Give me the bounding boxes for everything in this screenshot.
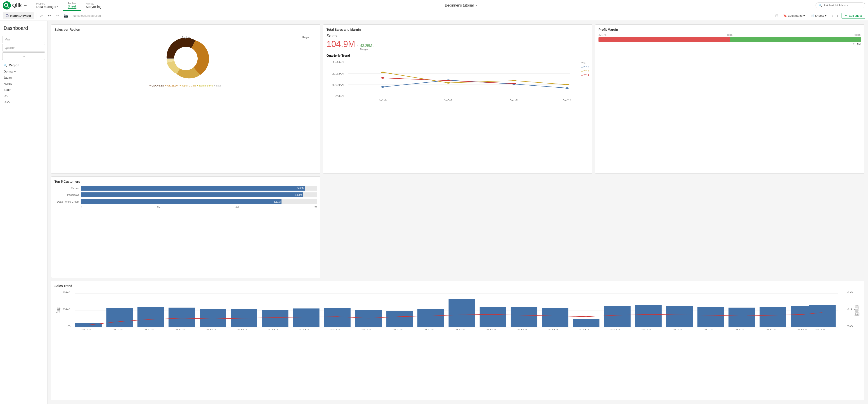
sales-value: 104.9M (327, 39, 355, 49)
sales-trend-title: Sales Trend (55, 284, 861, 288)
svg-rect-39 (168, 308, 195, 327)
svg-text:2013-..: 2013-.. (579, 329, 593, 331)
region-legend-label: Region (302, 36, 310, 39)
svg-text:0: 0 (67, 325, 70, 328)
insight-advisor-button[interactable]: ⬡ Insight Advisor (3, 12, 34, 19)
year-filter[interactable]: Year (2, 36, 45, 43)
sidebar-item-usa[interactable]: USA (0, 99, 47, 105)
svg-text:2014-..: 2014-.. (815, 329, 830, 331)
svg-text:2012-..: 2012-.. (268, 329, 282, 331)
sales-per-region-card: Sales per Region (51, 24, 320, 174)
ask-insight-advisor-search[interactable]: 🔍 (815, 2, 865, 8)
more-options-icon[interactable]: ··· (24, 3, 27, 8)
qlik-logo[interactable]: Qlik (3, 1, 22, 9)
x-label-6m: 6M (314, 206, 317, 208)
svg-rect-49 (479, 307, 506, 327)
sidebar-item-germany[interactable]: Germany (0, 68, 47, 74)
svg-text:2014-..: 2014-.. (704, 329, 718, 331)
svg-rect-54 (635, 305, 661, 327)
svg-text:5M: 5M (63, 291, 70, 294)
svg-text:2012-..: 2012-.. (206, 329, 220, 331)
sidebar-item-nordic[interactable]: Nordic (0, 80, 47, 87)
quarterly-trend-title: Quarterly Trend (327, 54, 589, 57)
svg-point-3 (174, 47, 197, 70)
svg-rect-50 (511, 307, 537, 327)
toolbar-separator-1 (36, 13, 36, 19)
app-title-dropdown-icon[interactable]: ▾ (475, 4, 477, 7)
sidebar-item-spain[interactable]: Spain (0, 87, 47, 93)
svg-text:Sales: Sales (55, 308, 62, 313)
edit-sheet-button[interactable]: ✏ Edit sheet (841, 13, 865, 19)
svg-rect-44 (324, 308, 350, 327)
svg-text:10M: 10M (332, 84, 344, 86)
donut-chart: Region Region (55, 34, 317, 83)
sales-trend-card: Sales Trend 5M 2.5M 0 46 41 36 (51, 281, 864, 400)
profit-margin-card: Profit Margin -50.0% 0.0% 50.0% 41.3% (595, 24, 864, 174)
svg-point-0 (3, 1, 11, 9)
svg-point-20 (381, 72, 384, 73)
margin-value: 43.25M (360, 44, 372, 48)
margin-dash: - (373, 44, 374, 48)
sidebar: Dashboard Year Quarter ··· 🔍 Region Germ… (0, 21, 48, 404)
svg-rect-55 (666, 306, 693, 327)
svg-rect-37 (106, 308, 133, 327)
profit-bar (598, 37, 861, 42)
bar-label-paracel: Paracel (55, 187, 80, 190)
bookmarks-button[interactable]: 🔖 Bookmarks ▾ (781, 13, 807, 18)
x-label-2m: 2M (157, 206, 160, 208)
margin-label: Margin (360, 48, 374, 50)
svg-rect-47 (417, 309, 444, 327)
profit-label-zero: 0.0% (727, 34, 733, 36)
svg-text:2014-..: 2014-.. (735, 329, 749, 331)
toolbar-right: ⊞ 🔖 Bookmarks ▾ 📄 Sheets ▾ ‹ › ✏ Edit sh… (774, 13, 865, 19)
sidebar-item-uk[interactable]: UK (0, 93, 47, 99)
snapshot-button[interactable]: 📷 (62, 13, 70, 19)
svg-point-23 (565, 84, 569, 86)
sidebar-item-japan[interactable]: Japan (0, 74, 47, 80)
quarter-filter[interactable]: Quarter (2, 44, 45, 52)
more-filters[interactable]: ··· (2, 53, 45, 60)
svg-rect-36 (75, 323, 102, 327)
undo-button[interactable]: ↩ (46, 13, 52, 19)
top5-customers-card: Top 5 Customers Paracel 5.69M PageWave 5… (51, 176, 320, 278)
profit-bar-green (730, 37, 861, 42)
sheets-button[interactable]: 📄 Sheets ▾ (809, 13, 828, 18)
svg-text:8M: 8M (335, 95, 344, 98)
next-sheet-button[interactable]: › (836, 13, 840, 19)
app-title: Beginner's tutorial ▾ (106, 3, 815, 7)
sheets-arrow: ▾ (825, 14, 827, 18)
svg-rect-51 (542, 308, 568, 327)
toolbar: ⬡ Insight Advisor ⤢ ↩ ↪ 📷 No selections … (0, 11, 868, 21)
prev-sheet-button[interactable]: ‹ (830, 13, 834, 19)
search-input[interactable] (824, 4, 862, 7)
svg-text:Q2: Q2 (444, 98, 453, 101)
svg-point-24 (381, 77, 384, 78)
bar-outer-pagewave: 5.63M (81, 192, 317, 197)
page-title: Dashboard (0, 24, 47, 35)
svg-rect-60 (809, 305, 836, 327)
nav-analyze[interactable]: Analyze Sheet (63, 0, 81, 11)
svg-point-19 (565, 88, 569, 89)
svg-text:2013-..: 2013-.. (392, 329, 406, 331)
redo-button[interactable]: ↪ (55, 13, 60, 19)
svg-text:2013-..: 2013-.. (455, 329, 469, 331)
svg-text:Q1: Q1 (378, 98, 387, 101)
svg-text:12M: 12M (332, 72, 344, 75)
nav-prepare[interactable]: Prepare Data manager ▾ (32, 0, 63, 11)
profit-margin-title: Profit Margin (598, 28, 861, 31)
quarterly-trend-svg: 14M 12M 10M 8M Q1 Q2 Q3 Q4 (327, 59, 589, 102)
svg-rect-48 (448, 299, 475, 327)
svg-rect-45 (355, 310, 382, 327)
grid-view-button[interactable]: ⊞ (774, 13, 780, 19)
svg-rect-56 (697, 307, 724, 327)
nav-narrate[interactable]: Narrate Storytelling (81, 0, 106, 11)
bar-inner-deak: 5.11M (81, 199, 281, 204)
svg-text:2012-..: 2012-.. (237, 329, 251, 331)
insight-advisor-icon: ⬡ (5, 13, 8, 18)
bar-inner-paracel: 5.69M (81, 186, 305, 191)
profit-label-pos: 50.0% (854, 34, 861, 36)
svg-text:2012-..: 2012-.. (82, 329, 96, 331)
svg-rect-40 (200, 309, 226, 327)
fullscreen-button[interactable]: ⤢ (39, 13, 44, 19)
svg-text:2012-..: 2012-.. (144, 329, 158, 331)
